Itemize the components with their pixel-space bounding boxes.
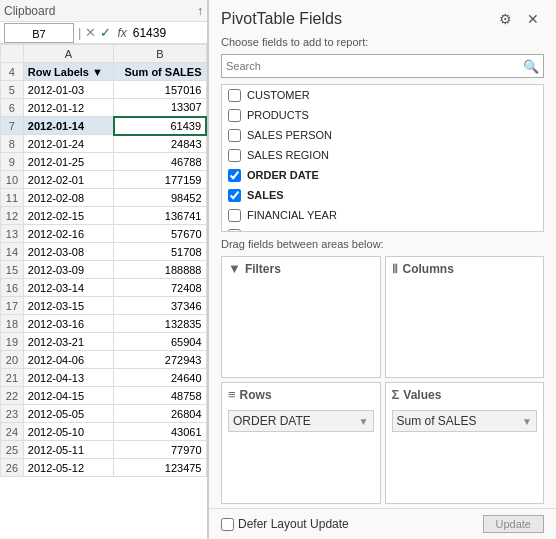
row-date-cell[interactable]: 2012-04-15 [23,387,113,405]
field-label: SALES PERSON [247,129,332,141]
name-box[interactable]: B7 [4,23,74,43]
row-date-cell[interactable]: 2012-04-06 [23,351,113,369]
field-checkbox[interactable] [228,149,241,162]
table-row: 152012-03-09188888 [1,261,207,279]
row-num-cell: 24 [1,423,24,441]
row-value-cell[interactable]: 132835 [114,315,206,333]
row-num-cell: 21 [1,369,24,387]
formula-bar: B7 | ✕ ✓ fx 61439 [0,22,207,44]
values-tag-label: Sum of SALES [397,414,477,428]
row-date-cell[interactable]: 2012-05-05 [23,405,113,423]
row-num-cell: 11 [1,189,24,207]
field-checkbox[interactable] [228,169,241,182]
row-date-cell[interactable]: 2012-03-09 [23,261,113,279]
row-date-cell[interactable]: 2012-01-03 [23,81,113,99]
row-value-cell[interactable]: 13307 [114,99,206,117]
table-row: 62012-01-1213307 [1,99,207,117]
row-value-cell[interactable]: 48758 [114,387,206,405]
table-row: 172012-03-1537346 [1,297,207,315]
columns-area: ⫴ Columns [385,256,545,378]
values-tag[interactable]: Sum of SALES ▼ [392,410,538,432]
row-date-cell[interactable]: 2012-03-16 [23,315,113,333]
row-date-cell[interactable]: 2012-02-01 [23,171,113,189]
search-row[interactable]: 🔍 [221,54,544,78]
row-value-cell[interactable]: 46788 [114,153,206,171]
field-checkbox[interactable] [228,189,241,202]
row-value-cell[interactable]: 188888 [114,261,206,279]
search-input[interactable] [226,60,523,72]
close-icon[interactable]: ✕ [522,8,544,30]
row-date-cell[interactable]: 2012-03-08 [23,243,113,261]
columns-label: Columns [403,262,454,276]
table-row: 252012-05-1177970 [1,441,207,459]
field-item[interactable]: SALES REGION [222,145,543,165]
rows-tag-arrow[interactable]: ▼ [359,416,369,427]
row-num-cell: 13 [1,225,24,243]
field-checkbox[interactable] [228,129,241,142]
row-date-cell[interactable]: 2012-05-12 [23,459,113,477]
row-num-cell: 25 [1,441,24,459]
values-tag-arrow[interactable]: ▼ [522,416,532,427]
row-labels-header: Row Labels ▼ [23,63,113,81]
defer-checkbox[interactable] [221,518,234,531]
field-item[interactable]: FINANCIAL YEAR [222,205,543,225]
sum-sales-header: Sum of SALES [114,63,206,81]
field-checkbox[interactable] [228,209,241,222]
row-value-cell[interactable]: 123475 [114,459,206,477]
row-date-cell[interactable]: 2012-03-14 [23,279,113,297]
row-value-cell[interactable]: 157016 [114,81,206,99]
row-value-cell[interactable]: 77970 [114,441,206,459]
field-item[interactable]: SALES [222,185,543,205]
row-date-cell[interactable]: 2012-03-21 [23,333,113,351]
row-value-cell[interactable]: 65904 [114,333,206,351]
row-date-cell[interactable]: 2012-05-11 [23,441,113,459]
confirm-icon[interactable]: ✓ [100,25,111,40]
field-item[interactable]: ORDER DATE [222,165,543,185]
row-value-cell[interactable]: 26804 [114,405,206,423]
field-item[interactable]: SALES MONTH [222,225,543,232]
field-checkbox[interactable] [228,89,241,102]
row-value-cell[interactable]: 24640 [114,369,206,387]
row-num-cell: 19 [1,333,24,351]
row-value-cell[interactable]: 24843 [114,135,206,153]
row-date-cell[interactable]: 2012-02-08 [23,189,113,207]
row-num-cell: 12 [1,207,24,225]
pivot-header: PivotTable Fields ⚙ ✕ [209,0,556,34]
field-checkbox[interactable] [228,109,241,122]
row-date-cell[interactable]: 2012-04-13 [23,369,113,387]
update-button[interactable]: Update [483,515,544,533]
row-value-cell[interactable]: 57670 [114,225,206,243]
pivot-title: PivotTable Fields [221,10,342,28]
row-value-cell[interactable]: 177159 [114,171,206,189]
values-label: Values [403,388,441,402]
row-date-cell[interactable]: 2012-01-24 [23,135,113,153]
row-date-cell[interactable]: 2012-02-16 [23,225,113,243]
row-date-cell[interactable]: 2012-05-10 [23,423,113,441]
defer-label[interactable]: Defer Layout Update [221,517,349,531]
row-value-cell[interactable]: 51708 [114,243,206,261]
row-value-cell[interactable]: 37346 [114,297,206,315]
filters-area: ▼ Filters [221,256,381,378]
row-value-cell[interactable]: 61439 [114,117,206,135]
field-item[interactable]: CUSTOMER [222,85,543,105]
rows-tag[interactable]: ORDER DATE ▼ [228,410,374,432]
row-value-cell[interactable]: 72408 [114,279,206,297]
rows-area: ≡ Rows ORDER DATE ▼ [221,382,381,504]
row-num-cell: 10 [1,171,24,189]
row-date-cell[interactable]: 2012-01-25 [23,153,113,171]
field-item[interactable]: SALES PERSON [222,125,543,145]
delete-icon[interactable]: ✕ [85,25,96,40]
row-value-cell[interactable]: 43061 [114,423,206,441]
row-date-cell[interactable]: 2012-03-15 [23,297,113,315]
row-value-cell[interactable]: 98452 [114,189,206,207]
table-row: 262012-05-12123475 [1,459,207,477]
row-date-cell[interactable]: 2012-01-12 [23,99,113,117]
row-value-cell[interactable]: 272943 [114,351,206,369]
table-row: 122012-02-15136741 [1,207,207,225]
row-date-cell[interactable]: 2012-02-15 [23,207,113,225]
row-value-cell[interactable]: 136741 [114,207,206,225]
settings-icon[interactable]: ⚙ [494,8,516,30]
field-item[interactable]: PRODUCTS [222,105,543,125]
table-row: 132012-02-1657670 [1,225,207,243]
row-date-cell[interactable]: 2012-01-14 [23,117,113,135]
